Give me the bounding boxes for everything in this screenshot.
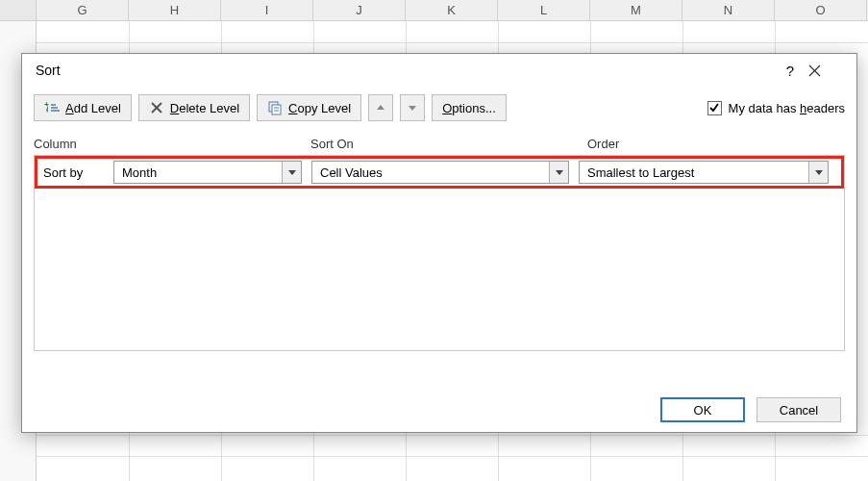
dialog-footer: OK Cancel xyxy=(22,388,856,432)
sort-grid-body: Sort by Month Cell Values Smallest to La… xyxy=(34,155,845,351)
caret-down-icon xyxy=(407,102,418,114)
column-header-label: Column xyxy=(34,137,310,151)
column-header-row: G H I J K L M N O xyxy=(0,0,868,21)
column-header[interactable]: N xyxy=(682,0,775,20)
options-button[interactable]: Options... xyxy=(432,94,507,121)
delete-level-label: Delete Level xyxy=(170,101,239,115)
column-header[interactable]: O xyxy=(775,0,867,20)
column-header[interactable]: G xyxy=(37,0,129,20)
delete-level-icon xyxy=(149,100,164,115)
order-header-label: Order xyxy=(587,137,845,151)
sort-grid-headers: Column Sort On Order xyxy=(22,129,856,153)
sort-column-combo[interactable]: Month xyxy=(113,161,302,184)
close-button[interactable] xyxy=(808,64,847,77)
sort-row-highlight: Sort by Month Cell Values Smallest to La… xyxy=(35,156,844,189)
copy-level-button[interactable]: Copy Level xyxy=(257,94,361,121)
combo-dropdown-button[interactable] xyxy=(282,162,301,183)
headers-checkbox[interactable]: My data has headers xyxy=(707,101,845,115)
move-down-button[interactable] xyxy=(400,94,425,121)
sort-dialog: Sort ? + Add Level Delete Level Copy Lev… xyxy=(21,53,857,433)
copy-level-icon xyxy=(267,100,283,115)
sort-order-value: Smallest to Largest xyxy=(580,165,808,180)
svg-rect-9 xyxy=(272,105,281,114)
cancel-button[interactable]: Cancel xyxy=(756,397,841,422)
select-all-triangle[interactable] xyxy=(0,0,37,20)
headers-checkbox-label: My data has headers xyxy=(729,101,845,115)
sort-column-value: Month xyxy=(114,165,282,180)
column-header[interactable]: M xyxy=(590,0,682,20)
column-header[interactable]: H xyxy=(129,0,221,20)
column-header[interactable]: J xyxy=(313,0,406,20)
sort-row-label: Sort by xyxy=(40,165,104,180)
combo-dropdown-button[interactable] xyxy=(808,162,828,183)
sort-order-combo[interactable]: Smallest to Largest xyxy=(579,161,829,184)
checkbox-icon xyxy=(707,101,722,115)
chevron-down-icon xyxy=(288,170,296,175)
combo-dropdown-button[interactable] xyxy=(549,162,568,183)
add-level-label: Add Level xyxy=(65,101,121,115)
close-icon xyxy=(808,64,821,77)
column-header[interactable]: L xyxy=(498,0,590,20)
add-level-icon: + xyxy=(44,100,60,115)
svg-marker-12 xyxy=(377,105,384,110)
help-button[interactable]: ? xyxy=(772,63,808,79)
svg-text:+: + xyxy=(44,100,49,109)
dialog-title: Sort xyxy=(36,63,772,78)
ok-button[interactable]: OK xyxy=(660,397,745,422)
svg-marker-13 xyxy=(409,106,416,111)
move-up-button[interactable] xyxy=(368,94,393,121)
options-label: Options... xyxy=(442,101,496,115)
chevron-down-icon xyxy=(556,170,563,175)
add-level-button[interactable]: + Add Level xyxy=(34,94,132,121)
sort-on-value: Cell Values xyxy=(312,165,549,180)
caret-up-icon xyxy=(375,102,386,114)
copy-level-label: Copy Level xyxy=(288,101,351,115)
dialog-titlebar: Sort ? xyxy=(22,54,856,87)
sort-on-combo[interactable]: Cell Values xyxy=(311,161,569,184)
sort-toolbar: + Add Level Delete Level Copy Level Opti… xyxy=(22,87,856,129)
column-header[interactable]: I xyxy=(221,0,313,20)
delete-level-button[interactable]: Delete Level xyxy=(138,94,250,121)
sorton-header-label: Sort On xyxy=(310,137,587,151)
chevron-down-icon xyxy=(815,170,823,175)
column-header[interactable]: K xyxy=(406,0,498,20)
